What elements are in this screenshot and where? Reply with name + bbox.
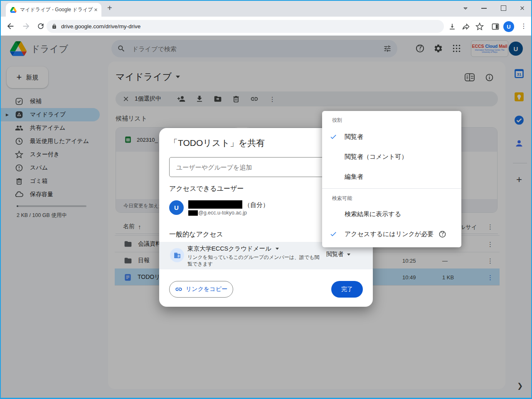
role-menu: 役割 閲覧者 閲覧者（コメント可） 編集者 検索可能 検索結果に表示する アクセ… — [322, 111, 461, 247]
group-description-line1: リンクを知っているこのグループのメンバーは、誰でも閲 — [187, 254, 320, 261]
dialog-title: 「TODOリスト」を共有 — [169, 137, 265, 149]
drive-favicon — [10, 7, 17, 13]
menu-item-label: 検索結果に表示する — [345, 210, 401, 218]
address-bar[interactable]: drive.google.com/drive/my-drive — [47, 20, 444, 33]
check-icon — [330, 133, 337, 140]
browser-menu-icon[interactable]: ⋮ — [520, 23, 527, 30]
menu-item-label: 閲覧者（コメント可） — [345, 153, 407, 161]
group-name: 東京大学ECCSクラウドメール — [187, 245, 271, 253]
check-icon — [330, 230, 337, 238]
role-dropdown-trigger[interactable]: 閲覧者 — [326, 251, 350, 258]
done-button[interactable]: 完了 — [331, 281, 363, 298]
back-button[interactable] — [6, 22, 15, 31]
menu-section-searchable: 検索可能 — [332, 195, 352, 202]
help-icon[interactable] — [438, 230, 446, 238]
link-icon — [175, 286, 182, 293]
minimize-button[interactable] — [481, 8, 487, 9]
copy-link-label: リンクをコピー — [186, 286, 227, 293]
owner-avatar: U — [169, 200, 184, 215]
menu-item-editor[interactable]: 編集者 — [322, 167, 461, 187]
tab-close-icon[interactable] — [94, 7, 98, 12]
people-with-access-label: アクセスできるユーザー — [169, 185, 244, 193]
menu-item-label: アクセスするにはリンクが必要 — [345, 230, 433, 238]
chevron-down-icon — [276, 248, 279, 250]
owner-name-redacted — [188, 200, 242, 209]
tab-search-chevron-icon[interactable] — [462, 5, 469, 12]
new-tab-button[interactable]: + — [107, 3, 112, 13]
browser-tab[interactable]: マイドライブ - Google ドライブ — [6, 3, 101, 17]
copy-link-button[interactable]: リンクをコピー — [169, 281, 233, 298]
reload-button[interactable] — [37, 22, 45, 30]
owner-email-domain: @g.ecc.u-tokyo.ac.jp — [198, 210, 247, 216]
maximize-button[interactable] — [501, 5, 506, 11]
share-page-icon[interactable] — [462, 22, 470, 31]
menu-section-role: 役割 — [332, 117, 342, 124]
close-window-button[interactable] — [519, 5, 525, 11]
group-description: リンクを知っているこのグループのメンバーは、誰でも閲 覧できます — [187, 254, 320, 267]
menu-item-label: 編集者 — [345, 173, 363, 181]
menu-item-viewer[interactable]: 閲覧者 — [322, 127, 461, 147]
browser-profile-avatar[interactable]: U — [503, 21, 514, 32]
menu-divider — [322, 188, 461, 189]
lock-icon — [52, 24, 57, 29]
url-text: drive.google.com/drive/my-drive — [61, 23, 140, 30]
group-scope-selector[interactable]: 東京大学ECCSクラウドメール — [187, 245, 279, 253]
group-description-line2: 覧できます — [187, 261, 320, 267]
owner-email-redacted — [188, 210, 198, 216]
bookmark-star-icon[interactable] — [475, 22, 484, 31]
owner-self-suffix: （自分） — [244, 201, 269, 209]
menu-item-commenter[interactable]: 閲覧者（コメント可） — [322, 147, 461, 167]
chevron-down-icon — [347, 254, 350, 256]
browser-window: マイドライブ - Google ドライブ + drive.google.com/… — [0, 0, 532, 399]
menu-item-show-in-search[interactable]: 検索結果に表示する — [322, 204, 461, 224]
tab-title: マイドライブ - Google ドライブ — [20, 6, 94, 13]
reading-mode-icon[interactable] — [491, 22, 500, 31]
download-page-icon[interactable] — [448, 22, 456, 31]
general-access-label: 一般的なアクセス — [169, 230, 223, 239]
menu-item-link-required[interactable]: アクセスするにはリンクが必要 — [322, 224, 461, 244]
group-avatar — [170, 248, 184, 262]
menu-item-label: 閲覧者 — [345, 133, 363, 141]
organization-building-icon — [174, 252, 181, 259]
role-value: 閲覧者 — [326, 251, 344, 258]
forward-button[interactable] — [22, 22, 31, 31]
